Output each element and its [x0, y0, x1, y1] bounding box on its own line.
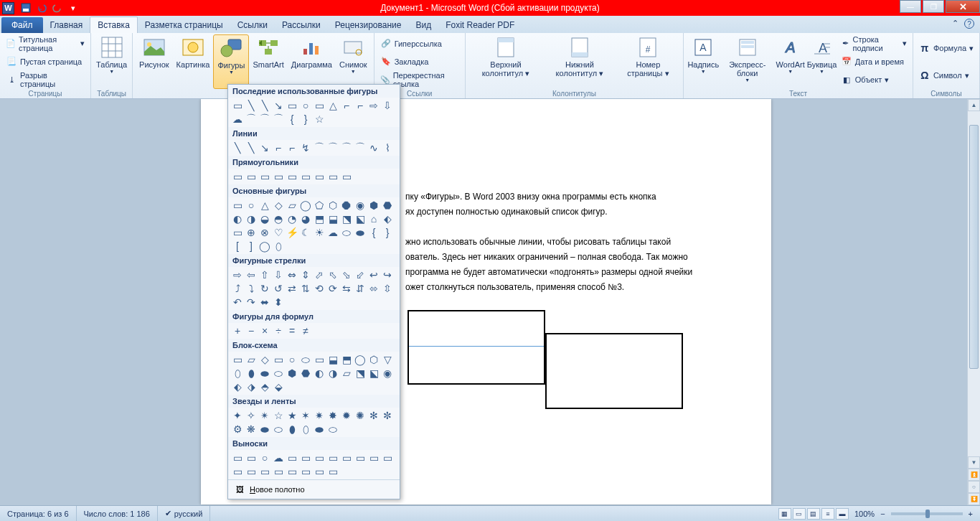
- zoom-level[interactable]: 100%: [854, 510, 875, 518]
- datetime-button[interactable]: 📅Дата и время: [841, 55, 907, 68]
- shape-item[interactable]: ÷: [272, 324, 285, 337]
- shape-item[interactable]: ◓: [272, 212, 285, 225]
- shape-item[interactable]: ⬯: [299, 423, 312, 436]
- shape-item[interactable]: ⬓: [326, 212, 339, 225]
- shape-item[interactable]: ⬄: [367, 282, 380, 295]
- shape-item[interactable]: ▭: [286, 451, 298, 464]
- shape-item[interactable]: ☀: [313, 226, 326, 239]
- shape-item[interactable]: ⬮: [245, 367, 258, 380]
- tab-references[interactable]: Ссылки: [230, 17, 275, 33]
- shape-item[interactable]: ⬕: [367, 367, 380, 380]
- tab-insert[interactable]: Вставка: [90, 17, 138, 33]
- shape-item[interactable]: ⇦: [245, 268, 258, 281]
- pagenum-button[interactable]: #Номер страницы ▾: [616, 34, 681, 89]
- shape-item[interactable]: ⬭: [340, 226, 353, 239]
- shape-item[interactable]: ⇨: [231, 268, 244, 281]
- shape-item[interactable]: ▭: [313, 353, 326, 366]
- shape-item[interactable]: ▭: [313, 465, 326, 478]
- shape-item[interactable]: ⊕: [245, 226, 258, 239]
- shape-item[interactable]: ⇆: [340, 282, 353, 295]
- shape-item[interactable]: ◉: [354, 199, 367, 212]
- tab-mailings[interactable]: Рассылки: [275, 17, 328, 33]
- shape-item[interactable]: ⬍: [272, 296, 285, 309]
- shape-item[interactable]: ◐: [313, 367, 326, 380]
- object-button[interactable]: ◧Объект ▾: [841, 73, 907, 86]
- shape-item[interactable]: ▭: [231, 199, 244, 212]
- shape-item[interactable]: ⬀: [313, 268, 326, 281]
- save-icon[interactable]: [19, 1, 33, 14]
- shape-item[interactable]: ▽: [381, 353, 394, 366]
- dropcap-button[interactable]: AБуквица▼: [806, 34, 837, 89]
- restore-button[interactable]: ❐: [923, 0, 944, 13]
- view-outline-icon[interactable]: ≡: [821, 508, 834, 520]
- header-button[interactable]: Верхний колонтитул ▾: [468, 34, 543, 89]
- shape-item[interactable]: ◒: [258, 212, 271, 225]
- shape-item[interactable]: }: [299, 113, 312, 126]
- shape-item[interactable]: ⇨: [367, 99, 380, 112]
- shape-item[interactable]: ▭: [326, 170, 339, 183]
- shape-item[interactable]: △: [326, 99, 339, 112]
- shape-item[interactable]: ∿: [367, 141, 380, 154]
- blank-page-button[interactable]: 📃Пустая страница: [6, 55, 85, 68]
- shape-item[interactable]: ☁: [326, 226, 339, 239]
- shape-item[interactable]: ○: [245, 199, 258, 212]
- shape-item[interactable]: ⤵: [245, 282, 258, 295]
- shape-item[interactable]: ⌂: [367, 212, 380, 225]
- shape-item[interactable]: ⬭: [299, 353, 312, 366]
- shape-item[interactable]: ⌐: [354, 99, 367, 112]
- shape-item[interactable]: ✼: [381, 409, 394, 422]
- shape-item[interactable]: ⬮: [286, 423, 298, 436]
- shape-item[interactable]: ◉: [381, 367, 394, 380]
- shape-item[interactable]: ⌒: [258, 113, 271, 126]
- file-tab[interactable]: Файл: [1, 17, 43, 33]
- shape-item[interactable]: ⌐: [286, 141, 298, 154]
- shape-item[interactable]: ▭: [313, 451, 326, 464]
- shape-item[interactable]: ⇅: [299, 282, 312, 295]
- scroll-down-button[interactable]: ▼: [968, 456, 980, 469]
- shape-item[interactable]: ↶: [231, 296, 244, 309]
- shape-item[interactable]: ♡: [272, 226, 285, 239]
- shape-item[interactable]: ⟲: [313, 282, 326, 295]
- shape-item[interactable]: ⬒: [313, 212, 326, 225]
- shape-item[interactable]: ⬃: [354, 268, 367, 281]
- shape-item[interactable]: ]: [245, 240, 258, 253]
- shape-item[interactable]: ▭: [313, 99, 326, 112]
- shape-item[interactable]: +: [231, 324, 244, 337]
- sigline-button[interactable]: ✒Строка подписи ▾: [841, 37, 907, 50]
- shape-item[interactable]: ◯: [354, 353, 367, 366]
- tab-view[interactable]: Вид: [408, 17, 438, 33]
- shape-item[interactable]: ❋: [245, 423, 258, 436]
- drawn-line[interactable]: [409, 346, 544, 347]
- shapes-button[interactable]: Фигуры▼: [213, 34, 249, 89]
- shape-item[interactable]: ⬔: [354, 367, 367, 380]
- shape-item[interactable]: ▭: [231, 170, 244, 183]
- shape-item[interactable]: ⇄: [286, 282, 298, 295]
- shape-item[interactable]: ▭: [326, 451, 339, 464]
- shape-item[interactable]: △: [258, 199, 271, 212]
- shape-item[interactable]: ▱: [286, 199, 298, 212]
- view-web-icon[interactable]: ▤: [807, 508, 820, 520]
- document-area[interactable]: пку «Фигуры». В Word 2003 внизу окна про…: [0, 99, 967, 505]
- footer-button[interactable]: Нижний колонтитул ▾: [543, 34, 616, 89]
- shape-item[interactable]: ○: [258, 451, 271, 464]
- shape-item[interactable]: ▭: [313, 170, 326, 183]
- shape-item[interactable]: ◕: [299, 212, 312, 225]
- shape-item[interactable]: ⬡: [326, 199, 339, 212]
- hyperlink-button[interactable]: 🔗Гиперссылка: [380, 37, 459, 50]
- shape-item[interactable]: ▱: [245, 353, 258, 366]
- symbol-button[interactable]: ΩСимвол ▾: [919, 69, 974, 82]
- shape-item[interactable]: {: [286, 113, 298, 126]
- shape-item[interactable]: ⇔: [286, 268, 298, 281]
- shape-item[interactable]: ✴: [258, 409, 271, 422]
- status-lang[interactable]: ✔русский: [158, 506, 210, 521]
- shape-item[interactable]: ▭: [286, 170, 298, 183]
- shape-item[interactable]: ⬙: [272, 380, 285, 393]
- shape-item[interactable]: ✸: [326, 409, 339, 422]
- view-fullscreen-icon[interactable]: ▭: [793, 508, 806, 520]
- scroll-thumb[interactable]: [969, 125, 979, 369]
- shape-item[interactable]: ⌒: [326, 141, 339, 154]
- shape-item[interactable]: ▭: [258, 170, 271, 183]
- shape-item[interactable]: ◇: [258, 353, 271, 366]
- shape-item[interactable]: ◐: [231, 212, 244, 225]
- shape-item[interactable]: ◯: [258, 240, 271, 253]
